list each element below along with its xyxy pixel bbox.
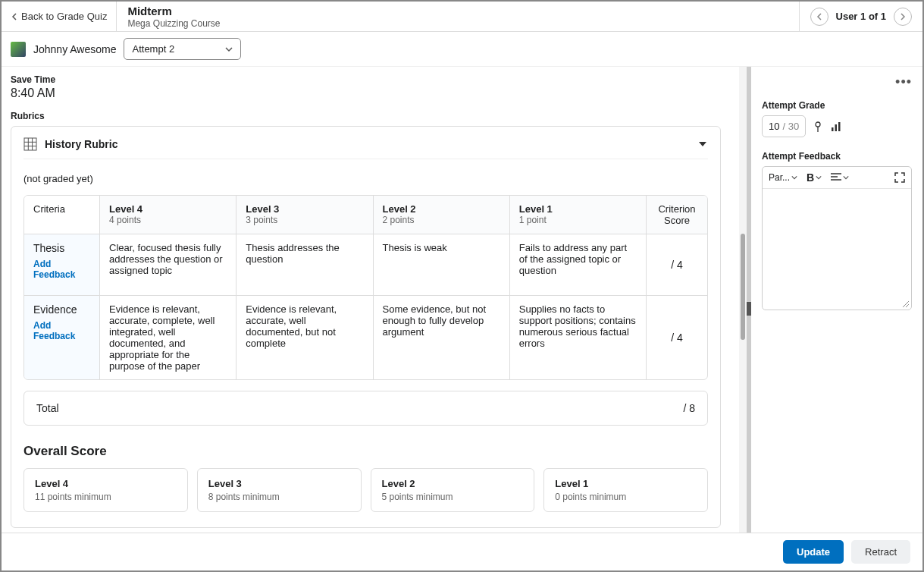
criterion-score-evidence: / 4	[671, 332, 683, 344]
paragraph-style-select[interactable]: Par...	[769, 172, 797, 183]
course-subtitle: Mega Quizzing Course	[127, 18, 788, 29]
rubric-table: Criteria Level 4 4 points Level 3 3 poin…	[23, 195, 708, 380]
attempt-feedback-label: Attempt Feedback	[762, 151, 912, 162]
rubric-cell[interactable]: Some evidence, but not enough to fully d…	[374, 296, 510, 379]
col-level-2: Level 2 2 points	[374, 196, 510, 234]
chevron-down-icon	[843, 174, 849, 181]
overall-level-3[interactable]: Level 3 8 points minimum	[197, 468, 362, 512]
add-feedback-evidence[interactable]: Add Feedback	[33, 320, 90, 341]
rubric-cell[interactable]: Clear, focused thesis fully addresses th…	[100, 234, 236, 295]
fullscreen-icon[interactable]	[894, 172, 905, 183]
feedback-editor[interactable]: Par... B	[762, 166, 912, 310]
total-label: Total	[36, 402, 59, 414]
chevron-left-icon	[816, 13, 823, 20]
overall-level-2[interactable]: Level 2 5 points minimum	[371, 468, 535, 512]
scrollbar[interactable]	[739, 67, 747, 539]
chevron-down-icon	[225, 46, 233, 53]
svg-line-14	[906, 304, 909, 307]
svg-line-13	[903, 301, 909, 307]
align-left-icon	[831, 173, 841, 182]
col-level-3: Level 3 3 points	[236, 196, 373, 234]
svg-rect-9	[838, 122, 841, 131]
student-avatar	[11, 42, 26, 57]
bold-button[interactable]: B	[807, 171, 822, 184]
align-button[interactable]	[831, 173, 849, 182]
rubric-cell[interactable]: Evidence is relevant, accurate, well doc…	[236, 296, 373, 379]
next-user-button[interactable]	[894, 8, 912, 26]
prev-user-button[interactable]	[810, 8, 828, 26]
rubric-cell[interactable]: Thesis is weak	[374, 234, 510, 295]
more-actions-button[interactable]: •••	[895, 74, 912, 90]
collapse-caret-icon	[697, 139, 708, 149]
add-feedback-thesis[interactable]: Add Feedback	[33, 259, 90, 280]
pin-icon[interactable]	[812, 121, 824, 133]
rubric-cell[interactable]: Thesis addresses the question	[236, 234, 373, 295]
update-button[interactable]: Update	[783, 540, 844, 564]
student-name: Johnny Awesome	[33, 43, 116, 55]
feedback-textarea[interactable]	[763, 189, 911, 310]
overall-score-heading: Overall Score	[23, 444, 708, 459]
attempt-grade-input[interactable]: 10 / 30	[762, 115, 806, 137]
not-graded-text: (not graded yet)	[23, 173, 708, 184]
chevron-right-icon	[899, 13, 907, 20]
attempt-select[interactable]: Attempt 2	[124, 38, 241, 60]
svg-rect-8	[835, 124, 838, 131]
overall-level-4[interactable]: Level 4 11 points minimum	[23, 468, 188, 512]
back-label: Back to Grade Quiz	[21, 11, 107, 22]
criterion-evidence: Evidence	[33, 303, 90, 316]
stats-icon[interactable]	[830, 121, 842, 133]
total-value: / 8	[683, 402, 695, 414]
rubrics-label: Rubrics	[11, 111, 721, 121]
rubric-grid-icon	[23, 137, 37, 151]
chevron-down-icon	[791, 174, 797, 181]
save-time-value: 8:40 AM	[11, 86, 721, 100]
svg-rect-7	[832, 127, 834, 131]
overall-level-1[interactable]: Level 1 0 points minimum	[543, 468, 708, 512]
svg-point-5	[816, 122, 820, 127]
rubric-title: History Rubric	[45, 138, 690, 150]
rubric-cell[interactable]: Fails to address any part of the assigne…	[510, 234, 647, 295]
col-criterion-score: Criterion Score	[647, 196, 707, 234]
criterion-thesis: Thesis	[33, 242, 90, 254]
user-counter: User 1 of 1	[836, 11, 886, 22]
chevron-down-icon	[816, 174, 822, 181]
col-level-4: Level 4 4 points	[100, 196, 236, 234]
svg-rect-0	[24, 138, 36, 150]
attempt-grade-label: Attempt Grade	[762, 100, 912, 111]
resize-handle-icon[interactable]	[901, 299, 910, 308]
page-title: Midterm	[127, 5, 788, 17]
back-to-grade-quiz-link[interactable]: Back to Grade Quiz	[2, 2, 117, 31]
grade-denominator: / 30	[782, 121, 799, 132]
retract-button[interactable]: Retract	[851, 540, 910, 564]
save-time-label: Save Time	[11, 74, 721, 85]
col-criteria: Criteria	[24, 196, 100, 234]
scrollbar-thumb[interactable]	[741, 234, 745, 340]
rubric-cell[interactable]: Evidence is relevant, accurate, complete…	[100, 296, 236, 379]
criterion-score-thesis: / 4	[671, 259, 683, 271]
col-level-1: Level 1 1 point	[510, 196, 647, 234]
attempt-selected-value: Attempt 2	[132, 43, 174, 55]
page-title-block: Midterm Mega Quizzing Course	[117, 2, 798, 32]
rubric-cell[interactable]: Supplies no facts to support positions; …	[510, 296, 647, 379]
grade-value: 10	[769, 121, 779, 132]
rubric-header-toggle[interactable]: History Rubric	[23, 137, 708, 159]
chevron-left-icon	[11, 13, 18, 20]
